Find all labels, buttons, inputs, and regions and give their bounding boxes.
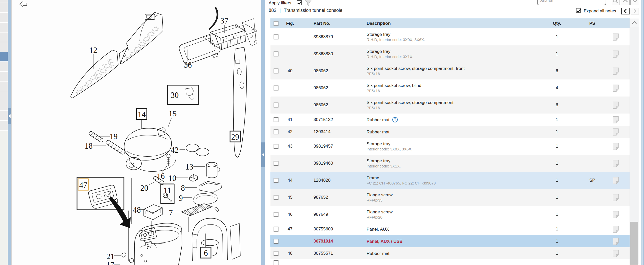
table-row[interactable]: 45987652Flange screwRFF8x351 [270, 189, 630, 206]
row-checkbox[interactable] [274, 52, 278, 57]
sidebar-thumbnail[interactable] [0, 3, 8, 13]
sidebar-thumbnail[interactable] [0, 23, 8, 33]
sidebar-thumbnail[interactable] [0, 0, 8, 3]
table-row[interactable]: 986062Six point socket screw, blindPF5x1… [270, 79, 630, 97]
row-checkbox[interactable] [274, 251, 278, 256]
note-icon-cell[interactable] [613, 34, 619, 41]
table-row[interactable]: 4130715132Rubber mat1 [270, 114, 630, 126]
diagram-label-21[interactable]: 21 [107, 252, 115, 261]
diagram-label-30[interactable]: 30 [171, 91, 179, 100]
diagram-label-19[interactable]: 19 [110, 132, 118, 141]
note-icon-cell[interactable] [613, 194, 619, 201]
table-row[interactable]: 30791914Panel, AUX / USB1 [270, 235, 630, 247]
table-row[interactable]: 4830755571Rubber mat1 [270, 247, 630, 259]
back-button[interactable] [19, 1, 28, 8]
search-button[interactable] [611, 0, 620, 5]
note-icon-cell[interactable] [613, 51, 619, 58]
note-icon-cell[interactable] [613, 211, 619, 218]
note-icon-cell[interactable] [613, 226, 619, 232]
diagram-label-48[interactable]: 48 [133, 205, 141, 214]
diagram-label-11[interactable]: 11 [164, 186, 171, 195]
sidebar-thumbnail[interactable] [0, 111, 8, 121]
table-row[interactable]: 986062Six point socket screw, storage co… [270, 97, 630, 114]
select-all-checkbox[interactable] [274, 21, 278, 26]
note-icon-cell[interactable] [613, 143, 619, 150]
expand-all-notes-checkbox[interactable] [576, 8, 581, 13]
row-checkbox[interactable] [274, 227, 278, 231]
sidebar-thumbnail[interactable] [0, 13, 8, 23]
table-row[interactable]: 4730755609Panel, AUX1 [270, 223, 630, 235]
diagram-label-14[interactable]: 14 [138, 110, 146, 119]
search-prev-match-button[interactable] [621, 0, 630, 5]
info-icon[interactable] [392, 117, 398, 123]
note-icon-cell[interactable] [613, 116, 619, 123]
next-section-button[interactable] [631, 8, 639, 14]
diagram-label-12[interactable]: 12 [89, 46, 97, 55]
row-checkbox[interactable] [274, 86, 278, 91]
row-checkbox[interactable] [274, 69, 278, 74]
note-icon-cell[interactable] [613, 250, 619, 257]
sidebar-thumbnail[interactable] [0, 42, 8, 52]
note-icon-cell[interactable] [613, 128, 619, 135]
sidebar-thumbnail[interactable] [0, 62, 8, 72]
column-header-ps[interactable]: PS [581, 21, 604, 26]
diagram-label-36[interactable]: 36 [184, 60, 192, 69]
diagram-label-17[interactable]: 17 [106, 260, 114, 265]
note-icon-cell[interactable] [613, 85, 619, 92]
row-checkbox[interactable] [274, 117, 278, 122]
scrollbar-thumb[interactable] [630, 222, 638, 265]
row-checkbox[interactable] [274, 129, 278, 134]
table-row[interactable]: 441284828FrameFC 21; CH -400765, FC 22; … [270, 172, 630, 189]
diagram-collapse-handle[interactable] [261, 142, 265, 167]
row-checkbox[interactable] [274, 103, 278, 108]
row-checkbox[interactable] [274, 212, 278, 217]
row-checkbox[interactable] [274, 260, 278, 265]
diagram-label-7[interactable]: 7 [169, 208, 173, 217]
scrollbar-up-button[interactable] [630, 18, 639, 27]
column-header-fig[interactable]: Fig. [284, 21, 296, 26]
diagram-label-10[interactable]: 10 [168, 174, 176, 183]
diagram-label-9[interactable]: 9 [179, 194, 183, 203]
diagram-label-8[interactable]: 8 [181, 183, 185, 192]
sidebar-collapse-handle[interactable] [8, 108, 11, 124]
diagram-label-13[interactable]: 13 [185, 162, 193, 171]
diagram-label-47[interactable]: 47 [79, 181, 87, 190]
diagram-label-42[interactable]: 42 [171, 146, 179, 155]
sidebar-thumbnail[interactable] [0, 33, 8, 42]
search-next-match-button[interactable] [630, 0, 639, 5]
column-header-description[interactable]: Description [367, 21, 544, 26]
row-checkbox[interactable] [274, 35, 278, 39]
row-checkbox[interactable] [274, 161, 278, 166]
note-icon-cell[interactable] [613, 160, 619, 167]
filter-funnel-icon[interactable] [305, 0, 312, 6]
note-icon-cell[interactable] [613, 177, 619, 184]
table-row[interactable]: 421303414Rubber mat1 [270, 126, 630, 138]
table-row[interactable]: 46987649Flange screwRFF8x201 [270, 206, 630, 223]
column-header-qty[interactable]: Qty. [545, 21, 569, 26]
sidebar-thumbnail[interactable] [0, 101, 8, 111]
apply-filters-checkbox[interactable] [297, 0, 302, 5]
note-icon-cell[interactable] [613, 102, 619, 109]
diagram-label-6[interactable]: 6 [204, 248, 208, 258]
row-checkbox[interactable] [274, 195, 278, 200]
note-icon-cell[interactable] [613, 68, 619, 75]
sidebar-thumbnail[interactable] [0, 121, 8, 131]
diagram-label-37[interactable]: 37 [221, 16, 228, 25]
sidebar-thumbnail[interactable] [0, 82, 8, 91]
scrollbar-track[interactable] [630, 18, 639, 265]
table-row[interactable]: 39868880Storage trayR.H.D, Interior code… [270, 45, 630, 62]
column-header-part-no[interactable]: Part No. [313, 21, 364, 26]
search-input[interactable] [537, 0, 606, 5]
row-checkbox[interactable] [274, 144, 278, 149]
diagram-label-16[interactable]: 16 [157, 172, 165, 181]
table-row[interactable] [270, 259, 630, 265]
diagram-label-20[interactable]: 20 [140, 183, 148, 192]
sidebar-thumbnail[interactable] [0, 72, 8, 82]
previous-section-button[interactable] [621, 8, 630, 14]
table-row[interactable]: 4339819457Storage trayInterior code: 3X0… [270, 138, 630, 155]
table-row[interactable]: 39868879Storage trayR.H.D, Interior code… [270, 28, 630, 45]
sidebar-thumbnail[interactable] [0, 52, 8, 62]
diagram-label-29[interactable]: 29 [231, 132, 239, 141]
table-row[interactable]: 39819460Storage trayInterior code: 3X1X.… [270, 155, 630, 172]
diagram-label-18[interactable]: 18 [85, 141, 93, 150]
